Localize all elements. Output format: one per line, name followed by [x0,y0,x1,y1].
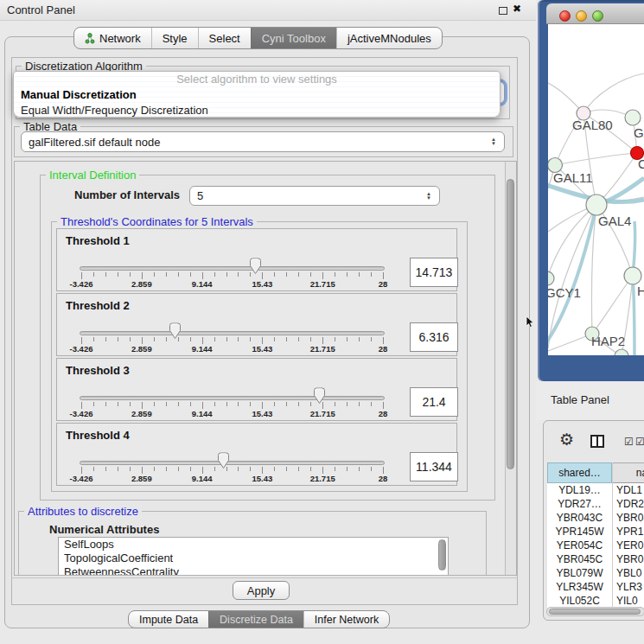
slider-tick [238,337,239,341]
column-header-shared-name[interactable]: shared… [547,462,612,483]
attribute-list-item[interactable]: BetweennessCentrality [59,565,448,576]
network-node[interactable] [624,267,641,284]
table-cell-name[interactable]: YPR1 [612,525,644,539]
slider-track[interactable] [80,396,385,400]
slider-track[interactable] [80,331,385,335]
table-cell-shared-name[interactable]: YLR345W [547,580,612,594]
settings-scroll-area: Interval Definition Number of Intervals … [14,161,517,576]
table-cell-name[interactable]: YER0 [612,539,644,552]
tab-label: Cyni Toolbox [262,32,326,45]
slider-tick-label: -3.426 [62,474,100,483]
table-cell-shared-name[interactable]: YIL052C [547,594,612,608]
table-cell-name[interactable]: YBR0 [612,552,644,566]
network-edge-thick[interactable] [633,276,634,355]
attribute-list-item[interactable]: SelfLoops [59,538,448,552]
dropdown-option-equal-width[interactable]: Equal Width/Frequency Discretization [14,103,500,118]
slider-tick [202,467,203,474]
threshold-value-field[interactable]: 14.713 [410,258,458,287]
table-cell-name[interactable]: YDR2 [612,497,644,511]
slider-tick [226,402,227,406]
slider-tick [81,272,82,279]
slider-tick [214,337,215,341]
table-cell-name[interactable]: YBL0 [612,566,644,580]
slider-tick [118,272,118,277]
gear-icon[interactable]: ⚙ [559,431,574,448]
slider-tick-label: 15.43 [243,279,281,289]
column-split-icon[interactable] [590,435,604,448]
horizontal-scrollbar-thumb[interactable] [549,609,641,615]
tab-style[interactable]: Style [151,28,198,48]
tab-network[interactable]: Network [74,28,151,48]
slider-thumb[interactable] [168,322,182,340]
network-node[interactable] [615,349,628,355]
close-traffic-light-icon[interactable] [559,10,571,22]
network-window-titlebar[interactable] [546,3,644,24]
slider-tick [250,467,251,471]
network-node[interactable] [586,194,607,215]
slider-tick-label: 2.859 [123,409,161,418]
number-of-intervals-combobox[interactable]: 5 ▲▼ [189,186,440,206]
float-window-icon[interactable] [499,7,507,15]
table-cell-shared-name[interactable]: YER054C [547,539,612,552]
dropdown-placeholder-option[interactable]: Select algorithm to view settings [14,72,500,87]
slider-tick [310,467,311,471]
network-node-label: GCY1 [548,285,581,300]
attribute-list-item[interactable]: TopologicalCoefficient [59,552,448,565]
table-cell-shared-name[interactable]: YDR27… [547,497,612,511]
table-cell-name[interactable]: YIL0 [612,594,644,608]
slider-tick-label: 2.859 [123,474,161,483]
tab-label: Impute Data [139,614,198,626]
slider-tick [214,272,215,277]
slider-tick [238,272,239,277]
vertical-scrollbar-track[interactable] [505,162,516,575]
network-node[interactable] [548,271,554,285]
slider-thumb[interactable] [312,387,327,405]
horizontal-scrollbar-track[interactable] [546,607,644,616]
table-cell-shared-name[interactable]: YPR145W [547,525,612,539]
column-header-name[interactable]: na [612,462,644,483]
table-data-combobox[interactable]: galFiltered.sif default node ▲▼ [21,131,505,152]
apply-button[interactable]: Apply [233,581,290,600]
vertical-scrollbar-thumb[interactable] [507,179,514,469]
threshold-value-field[interactable]: 6.316 [410,322,458,352]
table-cell-name[interactable]: YDL1 [612,483,644,497]
tab-select[interactable]: Select [198,28,251,48]
slider-thumb[interactable] [216,452,231,469]
slider-tick [93,272,94,277]
tab-impute-data[interactable]: Impute Data [129,611,208,628]
threshold-value-field[interactable]: 11.344 [410,452,458,481]
slider-track[interactable] [80,266,385,271]
network-edge[interactable] [555,153,637,165]
zoom-traffic-light-icon[interactable] [592,10,603,22]
network-node-label: GAL11 [553,170,593,185]
checkbox-icon[interactable]: ☑ [624,437,634,447]
network-node-label: H [637,284,644,298]
node-attribute-table: shared… na YDL19…YDL1YDR27…YDR2YBR043CYB… [547,462,644,608]
network-edge-thick[interactable] [548,205,596,342]
network-canvas[interactable]: GAL80GACGAL11GAL4GCY1HHAP2 [548,24,644,355]
minimize-traffic-light-icon[interactable] [576,10,587,22]
table-cell-shared-name[interactable]: YBR043C [547,511,612,525]
table-cell-shared-name[interactable]: YDL19… [547,483,612,497]
table-cell-name[interactable]: YBR0 [612,511,644,525]
close-icon[interactable]: ✖ [513,3,521,15]
dropdown-option-manual[interactable]: Manual Discretization [14,87,500,103]
network-edge[interactable] [583,73,644,113]
tab-discretize-data[interactable]: Discretize Data [208,611,303,628]
slider-tick [105,337,106,341]
table-cell-shared-name[interactable]: YBR045C [547,552,612,566]
slider-track[interactable] [80,461,385,465]
threshold-value-field[interactable]: 21.4 [410,387,458,417]
tab-infer-network[interactable]: Infer Network [303,611,389,628]
tab-cyni-toolbox[interactable]: Cyni Toolbox [251,28,336,48]
tab-jactivemnodules[interactable]: jActiveMNodules [336,28,442,48]
slider-tick [347,272,348,277]
checkbox-icon[interactable]: ☑ [635,437,644,447]
table-cell-shared-name[interactable]: YBL079W [547,566,612,580]
table-cell-name[interactable]: YLR3 [612,580,644,594]
list-scrollbar[interactable] [438,539,446,571]
slider-thumb[interactable] [248,258,263,275]
slider-tick [118,337,118,341]
network-node[interactable] [625,110,641,125]
slider-tick [322,337,323,344]
